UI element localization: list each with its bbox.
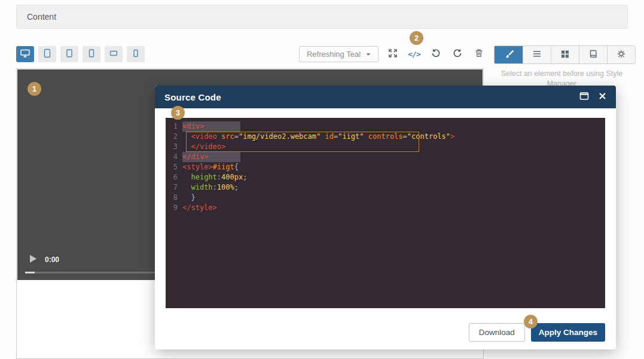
style-manager-button[interactable] <box>495 46 523 63</box>
code-text: </style> <box>182 203 217 213</box>
token-pln <box>217 132 221 141</box>
theme-dropdown[interactable]: Refreshing Teal <box>299 46 379 62</box>
token-tag: <style> <box>182 163 213 171</box>
desktop-icon <box>19 48 31 61</box>
modal-title: Source Code <box>164 92 570 102</box>
panel-toolbar <box>494 45 636 64</box>
theme-dropdown-label: Refreshing Teal <box>307 50 361 59</box>
token-num: 400px <box>221 173 243 181</box>
token-pln: ; <box>234 183 239 191</box>
token-pln: ; <box>243 173 247 181</box>
annotation-badge-2: 2 <box>410 31 423 45</box>
video-time: 0:00 <box>45 255 59 264</box>
line-number: 2 <box>170 132 182 142</box>
redo-icon <box>452 48 463 61</box>
fullscreen-icon <box>387 48 398 61</box>
block-manager-button[interactable] <box>551 46 579 63</box>
code-text: } <box>182 193 196 203</box>
mobile-landscape-icon <box>108 48 120 61</box>
close-button[interactable] <box>599 92 606 102</box>
token-pln <box>182 142 191 151</box>
token-num: 100% <box>217 183 234 191</box>
view-code-button[interactable]: </> <box>406 46 422 62</box>
code-icon: </> <box>408 50 420 59</box>
layer-manager-button[interactable] <box>523 46 551 63</box>
token-pln <box>364 132 368 141</box>
device-mobile-button[interactable] <box>83 46 100 62</box>
device-mobile-small-button[interactable] <box>127 46 145 62</box>
annotation-badge-3: 3 <box>171 106 185 120</box>
pages-button[interactable] <box>579 46 607 63</box>
code-line[interactable]: 1<div> <box>170 121 605 132</box>
device-tablet-small-button[interactable] <box>60 46 78 62</box>
token-tag: </video> <box>191 142 225 151</box>
code-text: height:400px; <box>182 172 247 182</box>
line-number: 1 <box>170 121 182 132</box>
device-mobile-landscape-button[interactable] <box>105 46 123 62</box>
token-pln: : <box>217 173 221 181</box>
token-tag: <div> <box>182 122 204 130</box>
blocks-grid-icon <box>559 48 571 62</box>
line-number: 6 <box>170 172 182 182</box>
token-tag: > <box>450 132 454 141</box>
code-line[interactable]: 6 height:400px; <box>170 172 605 182</box>
line-number: 7 <box>170 182 182 193</box>
download-button[interactable]: Download <box>469 323 525 342</box>
undo-button[interactable] <box>428 46 444 62</box>
device-desktop-button[interactable] <box>16 46 34 62</box>
code-text: <div> <box>182 121 240 132</box>
close-icon <box>599 92 606 102</box>
code-line[interactable]: 8 } <box>170 193 605 203</box>
token-tag: </div> <box>182 153 208 161</box>
apply-changes-button[interactable]: Apply Changes <box>531 323 605 342</box>
book-icon <box>587 48 599 62</box>
code-line[interactable]: 7 width:100%; <box>170 182 605 193</box>
code-line[interactable]: 5<style>#iigt{ <box>170 162 605 172</box>
code-text: <video src="img/video2.webcam" id="iigt"… <box>182 132 454 142</box>
maximize-button[interactable] <box>579 92 590 103</box>
maximize-icon <box>579 92 590 103</box>
mobile-icon <box>86 48 97 61</box>
code-line[interactable]: 4</div> <box>170 152 605 162</box>
gear-icon <box>615 48 627 62</box>
token-str: "img/video2.webcam" <box>239 132 321 141</box>
trash-icon <box>474 48 484 61</box>
annotation-badge-4: 4 <box>524 315 538 328</box>
brush-icon <box>503 48 515 62</box>
token-str: "controls" <box>407 132 450 141</box>
undo-icon <box>431 48 441 61</box>
code-text: </video> <box>182 142 225 152</box>
delete-button[interactable] <box>471 46 487 62</box>
token-prp: height <box>191 173 216 181</box>
content-header: Content <box>16 5 628 29</box>
line-number: 5 <box>170 162 182 172</box>
chevron-down-icon <box>366 53 371 56</box>
device-tablet-button[interactable] <box>38 46 56 62</box>
token-pln: { <box>234 163 239 171</box>
line-number: 4 <box>170 152 182 162</box>
token-pln: = <box>403 132 407 141</box>
token-pln <box>182 183 191 191</box>
modal-footer: Download Apply Changes <box>155 315 616 349</box>
annotation-badge-1: 1 <box>28 82 41 96</box>
modal-body: 1<div>2 <video src="img/video2.webcam" i… <box>155 108 616 315</box>
page: Content Refreshing Teal </> <box>0 0 644 359</box>
tablet-small-icon <box>63 48 75 61</box>
video-progress-fill <box>25 272 35 273</box>
token-att: controls <box>368 132 403 141</box>
token-pln: = <box>234 132 239 141</box>
code-line[interactable]: 9</style> <box>170 203 605 213</box>
tablet-icon <box>41 48 53 61</box>
settings-button[interactable] <box>607 46 635 63</box>
source-code-modal: Source Code 1<div>2 <video src="img/vide… <box>155 86 616 349</box>
action-toolbar: </> <box>384 46 487 62</box>
line-number: 8 <box>170 193 182 203</box>
code-editor[interactable]: 1<div>2 <video src="img/video2.webcam" i… <box>166 118 605 308</box>
play-icon[interactable] <box>30 254 36 265</box>
code-editor-lines: 1<div>2 <video src="img/video2.webcam" i… <box>170 121 605 213</box>
line-number: 3 <box>170 142 182 152</box>
code-line[interactable]: 3 </video> <box>170 142 605 152</box>
redo-button[interactable] <box>449 46 465 62</box>
fullscreen-button[interactable] <box>384 46 401 62</box>
code-line[interactable]: 2 <video src="img/video2.webcam" id="iig… <box>170 132 605 142</box>
